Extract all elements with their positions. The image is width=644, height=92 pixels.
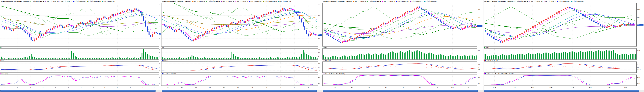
chart-canvas[interactable]: 9,6509,6009,5509,5009,4501,00050025.000.… bbox=[484, 2, 644, 90]
section-swatch bbox=[484, 60, 485, 61]
legend-indicator[interactable]: 移動平均(Close, 75) bbox=[46, 0, 58, 2]
legend-indicator[interactable]: 移動平均(Close, 25) bbox=[396, 0, 409, 2]
legend-indicator[interactable]: 移動平均(Close, 150) bbox=[263, 0, 277, 2]
x-axis-label: 16:00 bbox=[351, 86, 353, 88]
legend-label: 移動平均(Close, 5) bbox=[384, 0, 395, 2]
legend-indicator[interactable]: 移動平均(Close, 20) bbox=[571, 0, 584, 2]
legend-indicator[interactable]: 移動平均(Close, 20) bbox=[102, 0, 115, 2]
axis-tick-label: 9,550 bbox=[159, 26, 160, 28]
chart-panel-3: 日経225mini 12/06(30分) 2012/04/16 - 2012/0… bbox=[322, 0, 483, 92]
x-axis-label: 04/23 bbox=[624, 86, 628, 88]
axis-tick-label: 9,650 bbox=[637, 9, 640, 10]
axis-tick-label: 500 bbox=[637, 54, 639, 56]
x-axis-label: 01:20 bbox=[142, 86, 143, 88]
legend-color-swatch bbox=[396, 1, 397, 2]
legend-indicator[interactable]: 移動平均(Close, 5) bbox=[544, 0, 556, 2]
legend-color-swatch bbox=[249, 1, 250, 2]
chart-header: 日経225mini 12/06(15分) 2012/04/18 - 2012/0… bbox=[161, 0, 322, 2]
section-label: 出来高 bbox=[324, 47, 327, 48]
section-swatch bbox=[484, 73, 485, 74]
legend-indicator[interactable]: 移動平均(Close, 25) bbox=[557, 0, 570, 2]
chart-panel-4: 日経225mini 12/06(60分) 2012/04/16 - 2012/0… bbox=[483, 0, 644, 92]
legend-label: 移動平均(Close, 25) bbox=[74, 0, 86, 2]
x-axis-label: 04/16 bbox=[493, 86, 496, 88]
legend-color-swatch bbox=[263, 1, 264, 2]
legend-indicator[interactable]: 移動平均(Close, 25) bbox=[249, 0, 262, 2]
legend-indicator[interactable]: 移動平均(Close, 5) bbox=[236, 0, 248, 2]
chart-title: 日経225mini 12/06(5分) 2012/04/18 - 2012/04… bbox=[0, 0, 30, 2]
legend-label: 移動平均(Close, 20) bbox=[279, 0, 291, 2]
legend-label: 移動平均(Close, 25) bbox=[250, 0, 262, 2]
legend-indicator[interactable]: 移動平均(Close, 20) bbox=[424, 0, 437, 2]
axis-tick-label: 9,600 bbox=[159, 15, 160, 16]
legend-label: 移動平均(Close, 40) bbox=[194, 0, 206, 2]
x-axis-label: 12:50 bbox=[154, 86, 154, 88]
section-label: スロー・ストキャスティクス( 14, 3, 80, 20 ) bbox=[325, 73, 345, 74]
x-axis-label: 10:40 bbox=[17, 86, 18, 88]
legend-color-swatch bbox=[30, 1, 32, 2]
legend-indicator[interactable]: 移動平均(Close, 75) bbox=[530, 0, 542, 2]
scrollbar-thumb[interactable] bbox=[0, 90, 156, 91]
axis-tick-label: 20.00 bbox=[159, 82, 160, 84]
chart-panel-1: 日経225mini 12/06(5分) 2012/04/18 - 2012/04… bbox=[0, 0, 161, 92]
h-scrollbar[interactable] bbox=[322, 90, 483, 92]
chart-body: 9,6509,6009,5509,5001,5001,00050025.000.… bbox=[161, 2, 322, 90]
legend-label: 移動平均(Close, 25) bbox=[397, 0, 409, 2]
axis-tick-label: 9,450 bbox=[637, 40, 640, 42]
chart-canvas[interactable]: 9,6509,6009,5509,5009,4501,00050025.000.… bbox=[322, 2, 483, 90]
legend-indicator[interactable]: 移動平均(Close, 75) bbox=[222, 0, 234, 2]
x-axis-label: 21:20 bbox=[104, 86, 105, 88]
axis-tick-label: 1,500 bbox=[159, 49, 160, 50]
chart-canvas[interactable]: 9,6509,6009,5509,5001,5001,00050025.000.… bbox=[161, 2, 322, 90]
section-swatch bbox=[162, 73, 162, 74]
legend-indicator[interactable]: 一目均衡表(9, 26, 52) bbox=[368, 0, 382, 2]
h-scrollbar[interactable] bbox=[161, 90, 322, 92]
x-axis-label: 12:50 bbox=[30, 86, 31, 88]
section-swatch bbox=[0, 73, 1, 74]
legend-indicator[interactable]: 移動平均(Close, 5) bbox=[382, 0, 395, 2]
legend-color-swatch bbox=[236, 1, 236, 2]
legend-color-swatch bbox=[410, 1, 411, 2]
axis-tick-label: 80.00 bbox=[637, 76, 640, 78]
legend-indicator[interactable]: 移動平均(Close, 75) bbox=[410, 0, 423, 2]
legend-label: 移動平均(Close, 40) bbox=[354, 0, 366, 2]
legend-indicator[interactable]: 移動平均(Close, 150) bbox=[87, 0, 101, 2]
x-axis-label: 04/19 bbox=[571, 86, 574, 88]
legend-label: 移動平均(Close, 20) bbox=[572, 0, 584, 2]
legend-color-swatch bbox=[222, 1, 222, 2]
legend-indicator[interactable]: 一目均衡表(9, 26, 52) bbox=[206, 0, 220, 2]
section-swatch bbox=[323, 73, 323, 74]
x-axis-label: 10:30 bbox=[531, 86, 534, 88]
chart-title: 日経225mini 12/06(15分) 2012/04/18 - 2012/0… bbox=[162, 0, 191, 2]
x-axis-label: 12:00 bbox=[181, 86, 182, 88]
x-axis-label: 04/18 bbox=[368, 86, 370, 88]
axis-tick-label: -25.00 bbox=[637, 69, 640, 70]
x-axis-label: 22:40 bbox=[117, 86, 118, 88]
legend-label: 移動平均(Close, 75) bbox=[47, 0, 58, 2]
legend-indicator[interactable]: 移動平均(Close, 25) bbox=[73, 0, 86, 2]
legend-indicator[interactable]: 移動平均(Close, 5) bbox=[60, 0, 72, 2]
scrollbar-thumb[interactable] bbox=[162, 90, 317, 91]
legend-indicator[interactable]: 一目均衡表(9, 26, 52) bbox=[30, 0, 44, 2]
legend-label: 移動平均(Close, 75) bbox=[411, 0, 423, 2]
scrollbar-thumb[interactable] bbox=[484, 90, 639, 91]
h-scrollbar[interactable] bbox=[484, 90, 644, 92]
section-label: MACD( 12, 26, 9 ) bbox=[1, 60, 4, 62]
axis-tick-label: 9,650 bbox=[478, 9, 480, 10]
legend-indicator[interactable]: 移動平均(Close, 20) bbox=[278, 0, 291, 2]
axis-tick-label: 20.00 bbox=[478, 82, 480, 84]
x-axis-label: 16:30 bbox=[195, 86, 196, 88]
legend-color-swatch bbox=[557, 1, 558, 2]
scrollbar-thumb[interactable] bbox=[322, 90, 478, 91]
h-scrollbar[interactable] bbox=[0, 90, 161, 92]
legend-indicator[interactable]: 移動平均(Close, 40) bbox=[354, 0, 366, 2]
x-axis-label: 14:40 bbox=[43, 86, 44, 88]
chart-title: 日経225mini 12/06(60分) 2012/04/16 - 2012/0… bbox=[484, 0, 514, 2]
legend-color-swatch bbox=[192, 1, 193, 2]
chart-canvas[interactable]: 9,6509,6009,5509,5001,5001,00050025.000.… bbox=[0, 2, 161, 90]
legend-indicator[interactable]: 移動平均(Close, 40) bbox=[192, 0, 206, 2]
axis-tick-label: 1,500 bbox=[318, 49, 320, 50]
legend-indicator[interactable]: 一目均衡表(9, 26, 52) bbox=[514, 0, 528, 2]
legend-color-swatch bbox=[382, 1, 383, 2]
axis-tick-label: 500 bbox=[318, 55, 319, 57]
